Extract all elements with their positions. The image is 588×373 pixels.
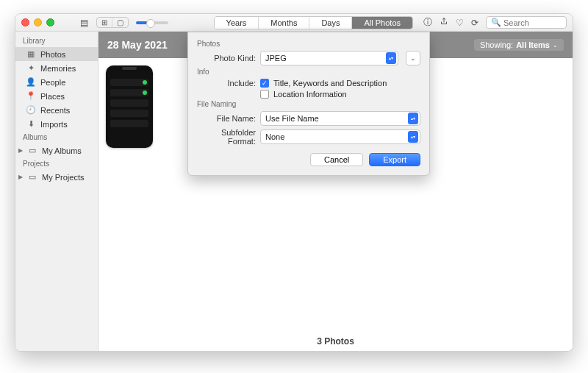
checkbox-label: Title, Keywords and Description	[273, 79, 387, 88]
titlebar: ▤ ⊞ ▢ Years Months Days All Photos ⓘ ♡ ⟳…	[15, 14, 573, 32]
memories-icon: ✦	[26, 63, 36, 73]
tab-years[interactable]: Years	[215, 17, 259, 29]
sidebar-item-memories[interactable]: ✦ Memories	[15, 61, 98, 75]
imports-icon: ⬇	[26, 119, 36, 129]
zoom-window-button[interactable]	[46, 18, 54, 26]
sidebar-item-label: My Albums	[42, 146, 82, 155]
sidebar-item-label: Places	[40, 92, 65, 101]
checkbox-label: Location Information	[273, 90, 347, 99]
sidebar-item-label: My Projects	[42, 173, 84, 182]
places-icon: 📍	[26, 91, 36, 101]
chevron-right-icon[interactable]: ▶	[18, 174, 23, 180]
section-info: Info	[197, 68, 420, 76]
sidebar-item-label: Imports	[40, 120, 68, 129]
sidebar-item-photos[interactable]: ▦ Photos	[15, 47, 98, 61]
section-file-naming: File Naming	[197, 100, 420, 108]
people-icon: 👤	[26, 77, 36, 87]
search-input[interactable]	[503, 18, 562, 27]
sidebar-item-recents[interactable]: 🕘 Recents	[15, 103, 98, 117]
photo-thumbnail[interactable]	[106, 65, 153, 148]
showing-value: All Items	[516, 40, 550, 49]
search-field[interactable]: 🔍	[486, 16, 567, 29]
sidebar-header-library: Library	[15, 35, 98, 47]
checkbox-location[interactable]	[260, 90, 269, 99]
sidebar-item-my-projects[interactable]: ▶ ▭ My Projects	[15, 170, 98, 184]
sidebar-item-people[interactable]: 👤 People	[15, 75, 98, 89]
sidebar-item-label: Photos	[40, 50, 65, 59]
tab-all-photos[interactable]: All Photos	[352, 17, 412, 29]
file-name-select[interactable]: Use File Name ▴▾	[260, 111, 420, 126]
sidebar-header-albums: Albums	[15, 131, 98, 143]
sidebar: Library ▦ Photos ✦ Memories 👤 People 📍 P…	[15, 32, 98, 351]
sidebar-toggle-icon[interactable]: ▤	[76, 16, 92, 29]
sidebar-item-places[interactable]: 📍 Places	[15, 89, 98, 103]
sidebar-item-label: Memories	[40, 64, 76, 73]
photos-icon: ▦	[26, 49, 36, 59]
cancel-button[interactable]: Cancel	[310, 153, 363, 166]
expand-options-button[interactable]: ⌄	[406, 51, 420, 65]
select-arrows-icon: ▴▾	[386, 52, 396, 64]
tab-days[interactable]: Days	[309, 17, 352, 29]
time-scope-tabs: Years Months Days All Photos	[214, 16, 413, 29]
chevron-right-icon[interactable]: ▶	[18, 147, 23, 154]
sidebar-item-my-albums[interactable]: ▶ ▭ My Albums	[15, 143, 98, 157]
share-icon[interactable]	[440, 17, 448, 28]
square-view-icon[interactable]: ▢	[112, 18, 128, 27]
sidebar-header-projects: Projects	[15, 157, 98, 170]
file-name-value: Use File Name	[265, 114, 319, 123]
subfolder-label: Subfolder Format:	[197, 128, 256, 146]
export-dialog: Photos Photo Kind: JPEG ▴▾ ⌄ Info Includ…	[187, 32, 430, 176]
search-icon: 🔍	[491, 18, 501, 27]
photo-kind-value: JPEG	[265, 54, 287, 63]
photo-kind-select[interactable]: JPEG ▴▾	[260, 51, 398, 65]
chevron-down-icon: ⌄	[553, 42, 558, 49]
file-name-label: File Name:	[197, 114, 256, 123]
folder-icon: ▭	[27, 146, 37, 155]
footer-count: 3 Photos	[98, 332, 573, 351]
recents-icon: 🕘	[26, 105, 36, 115]
select-arrows-icon: ▴▾	[408, 131, 418, 143]
subfolder-select[interactable]: None ▴▾	[260, 129, 420, 144]
minimize-window-button[interactable]	[34, 18, 42, 26]
subfolder-value: None	[265, 132, 284, 141]
window-controls	[21, 18, 54, 26]
view-mode-segmented[interactable]: ⊞ ▢	[96, 17, 129, 28]
grid-view-icon[interactable]: ⊞	[97, 18, 112, 27]
zoom-slider[interactable]	[136, 21, 168, 24]
showing-filter[interactable]: Showing: All Items ⌄	[474, 39, 564, 51]
close-window-button[interactable]	[21, 18, 29, 26]
rotate-icon[interactable]: ⟳	[471, 18, 478, 28]
sidebar-item-label: Recents	[40, 106, 70, 115]
tab-months[interactable]: Months	[259, 17, 309, 29]
sidebar-item-imports[interactable]: ⬇ Imports	[15, 117, 98, 131]
date-heading: 28 May 2021	[107, 39, 168, 51]
checkbox-title-keywords[interactable]: ✓	[260, 79, 269, 88]
app-window: ▤ ⊞ ▢ Years Months Days All Photos ⓘ ♡ ⟳…	[15, 13, 573, 352]
favorite-icon[interactable]: ♡	[456, 18, 464, 28]
section-photos: Photos	[197, 40, 420, 48]
showing-label: Showing:	[480, 40, 513, 49]
folder-icon: ▭	[27, 172, 37, 182]
export-button[interactable]: Export	[369, 153, 420, 166]
photo-kind-label: Photo Kind:	[197, 54, 256, 63]
sidebar-item-label: People	[40, 78, 65, 87]
info-icon[interactable]: ⓘ	[423, 16, 432, 29]
include-label: Include:	[197, 79, 256, 88]
select-arrows-icon: ▴▾	[408, 113, 418, 124]
